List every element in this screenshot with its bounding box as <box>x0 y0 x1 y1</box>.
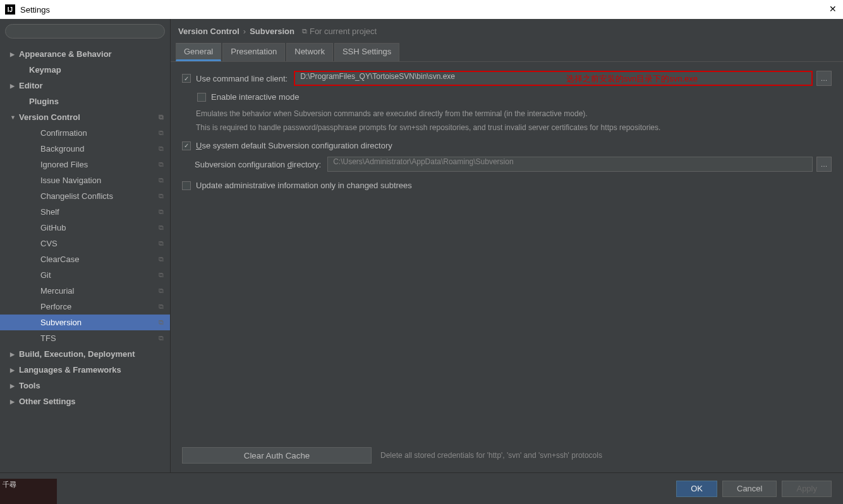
config-dir-input[interactable]: C:\Users\Administrator\AppData\Roaming\S… <box>327 157 813 172</box>
project-scope-icon: ⧉ <box>159 160 164 169</box>
tree-item-cvs[interactable]: CVS⧉ <box>0 236 170 251</box>
tree-item-ignored-files[interactable]: Ignored Files⧉ <box>0 157 170 172</box>
tree-item-label: Appearance & Behavior <box>19 49 112 59</box>
app-icon: IJ <box>5 4 15 15</box>
tree-item-confirmation[interactable]: Confirmation⧉ <box>0 125 170 141</box>
interactive-desc-2: This is required to handle password/pass… <box>196 122 832 133</box>
tree-item-label: Subversion <box>40 318 82 327</box>
tree-item-languages-frameworks[interactable]: ▶Languages & Frameworks <box>0 362 170 378</box>
tree-item-clearcase[interactable]: ClearCase⧉ <box>0 251 170 267</box>
tree-item-label: Other Settings <box>19 397 76 406</box>
tree-item-label: TFS <box>40 333 56 343</box>
tab-presentation[interactable]: Presentation <box>222 43 285 61</box>
tree-arrow-icon: ▼ <box>10 114 19 121</box>
tree-item-label: Build, Execution, Deployment <box>19 349 135 359</box>
apply-button[interactable]: Apply <box>782 481 832 497</box>
tree-item-version-control[interactable]: ▼Version Control⧉ <box>0 109 170 125</box>
close-icon[interactable]: ✕ <box>829 4 837 14</box>
tree-item-background[interactable]: Background⧉ <box>0 141 170 157</box>
tree-item-issue-navigation[interactable]: Issue Navigation⧉ <box>0 172 170 188</box>
tree-item-label: Git <box>40 270 51 280</box>
cli-browse-button[interactable]: … <box>816 71 832 86</box>
project-scope-icon: ⧉ <box>159 192 164 200</box>
tree-item-shelf[interactable]: Shelf⧉ <box>0 204 170 220</box>
tree-item-github[interactable]: GitHub⧉ <box>0 220 170 236</box>
annotation-text: 选择之前安装的svn目录下的svn.exe <box>566 73 698 85</box>
tree-item-plugins[interactable]: Plugins <box>0 93 170 109</box>
tree-arrow-icon: ▶ <box>10 383 19 389</box>
config-dir-browse-button[interactable]: … <box>816 157 832 172</box>
tab-ssh-settings[interactable]: SSH Settings <box>334 43 399 61</box>
project-scope-icon: ⧉ <box>159 224 164 232</box>
tree-item-label: Editor <box>19 81 43 90</box>
tree-item-build-execution-deployment[interactable]: ▶Build, Execution, Deployment <box>0 346 170 362</box>
use-default-checkbox[interactable] <box>182 141 191 150</box>
tree-item-other-settings[interactable]: ▶Other Settings <box>0 393 170 409</box>
cancel-button[interactable]: Cancel <box>722 481 777 497</box>
clear-auth-cache-button[interactable]: Clear Auth Cache <box>182 447 372 464</box>
tree-item-tfs[interactable]: TFS⧉ <box>0 330 170 346</box>
tree-arrow-icon: ▶ <box>10 51 19 57</box>
interactive-label: Enable interactive mode <box>211 92 299 102</box>
tree-arrow-icon: ▶ <box>10 399 19 405</box>
general-panel: Use command line client: D:\ProgramFiles… <box>171 61 843 472</box>
corner-widget: 千尋 <box>0 479 57 504</box>
search-input[interactable] <box>5 24 165 39</box>
settings-sidebar: ⌕ ▶Appearance & BehaviorKeymap▶EditorPlu… <box>0 19 171 472</box>
update-admin-label: Update administrative information only i… <box>196 181 412 190</box>
tree-item-label: Mercurial <box>40 286 74 296</box>
tree-item-appearance-behavior[interactable]: ▶Appearance & Behavior <box>0 46 170 62</box>
tree-item-changelist-conflicts[interactable]: Changelist Conflicts⧉ <box>0 188 170 204</box>
tree-item-subversion[interactable]: Subversion⧉ <box>0 315 170 330</box>
tree-item-label: Issue Navigation <box>40 176 101 185</box>
update-admin-checkbox[interactable] <box>182 181 191 190</box>
tree-item-label: Background <box>40 144 84 153</box>
window-title: Settings <box>20 5 50 15</box>
tree-item-git[interactable]: Git⧉ <box>0 267 170 283</box>
project-scope-icon: ⧉ <box>159 145 164 153</box>
tree-arrow-icon: ▶ <box>10 83 19 89</box>
tree-item-label: Version Control <box>19 112 80 122</box>
tree-item-label: Keymap <box>29 65 61 75</box>
breadcrumb-1[interactable]: Version Control <box>178 27 240 36</box>
interactive-checkbox[interactable] <box>197 93 206 102</box>
tree-item-label: Ignored Files <box>40 160 88 169</box>
project-scope-icon: ⧉ <box>159 255 164 263</box>
clear-cache-row: Clear Auth Cache Delete all stored crede… <box>182 447 832 464</box>
tree-arrow-icon: ▶ <box>10 351 19 357</box>
breadcrumb-hint: For current project <box>310 27 377 36</box>
tree-item-label: Shelf <box>40 207 59 217</box>
tree-item-editor[interactable]: ▶Editor <box>0 78 170 93</box>
dialog-footer: 千尋 OK Cancel Apply <box>0 472 843 504</box>
tree-item-tools[interactable]: ▶Tools <box>0 378 170 393</box>
cli-path-input[interactable]: D:\ProgramFiles_QY\TortoiseSVN\bin\svn.e… <box>294 71 813 86</box>
project-icon: ⧉ <box>302 27 307 35</box>
tree-item-keymap[interactable]: Keymap <box>0 62 170 78</box>
tree-item-label: Changelist Conflicts <box>40 191 113 201</box>
tree-item-label: CVS <box>40 239 58 248</box>
project-scope-icon: ⧉ <box>159 287 164 295</box>
breadcrumb-sep: › <box>243 27 246 36</box>
tree-item-label: Plugins <box>29 97 59 106</box>
breadcrumb-2: Subversion <box>250 27 294 36</box>
project-scope-icon: ⧉ <box>159 334 164 342</box>
config-dir-label: Subversion configuration directory: <box>195 160 321 169</box>
use-default-row: Use system default Subversion configurat… <box>182 141 832 150</box>
ok-button[interactable]: OK <box>676 481 717 497</box>
tree-item-perforce[interactable]: Perforce⧉ <box>0 299 170 315</box>
project-scope-icon: ⧉ <box>159 303 164 311</box>
update-admin-row: Update administrative information only i… <box>182 181 832 190</box>
tree-item-mercurial[interactable]: Mercurial⧉ <box>0 283 170 299</box>
use-cli-checkbox[interactable] <box>182 74 191 83</box>
tree-item-label: ClearCase <box>40 255 79 264</box>
tab-general[interactable]: General <box>176 43 221 61</box>
clear-cache-desc: Delete all stored credentials for 'http'… <box>380 451 602 460</box>
tabs-row: GeneralPresentationNetworkSSH Settings <box>171 43 843 61</box>
use-cli-label: Use command line client: <box>196 74 288 83</box>
use-default-label: Use system default Subversion configurat… <box>196 141 392 150</box>
config-dir-value: C:\Users\Administrator\AppData\Roaming\S… <box>333 157 513 166</box>
project-scope-icon: ⧉ <box>159 239 164 248</box>
tree-item-label: Confirmation <box>40 128 87 138</box>
tab-network[interactable]: Network <box>286 43 333 61</box>
tree-item-label: Perforce <box>40 302 71 311</box>
